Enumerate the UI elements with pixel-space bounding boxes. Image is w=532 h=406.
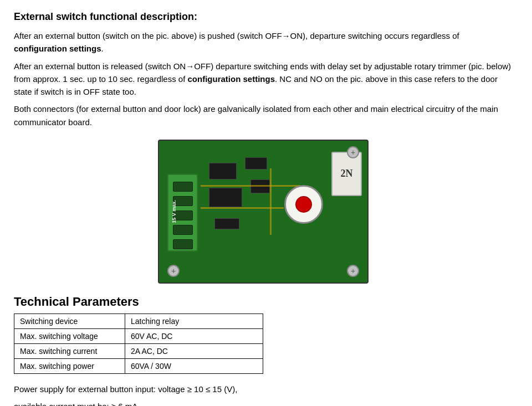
- param-value-3: 2A AC, DC: [125, 343, 263, 358]
- power-supply-line1: Power supply for external button input: …: [14, 383, 513, 395]
- table-row: Max. switching current 2A AC, DC: [14, 343, 263, 358]
- paragraph-2: After an external button is released (sw…: [14, 60, 513, 99]
- pcb-trace-3: [270, 168, 272, 235]
- pcb-relay-inner: [295, 196, 312, 213]
- paragraph-3: Both connectors (for external button and…: [14, 102, 513, 129]
- params-table: Switching device Latching relay Max. swi…: [14, 314, 263, 374]
- power-supply-line2: available current must be: ≥ 6 mA.: [14, 400, 513, 406]
- table-row: Switching device Latching relay: [14, 314, 263, 328]
- param-value-1: Latching relay: [125, 314, 263, 328]
- param-label-1: Switching device: [14, 314, 125, 328]
- image-container: 15 V max.: [14, 140, 513, 284]
- param-label-2: Max. switching voltage: [14, 328, 125, 343]
- pcb-chip-3: [209, 188, 242, 207]
- pcb-relay: [284, 185, 323, 224]
- paragraph-1: After an external button (switch on the …: [14, 29, 513, 55]
- param-label-3: Max. switching current: [14, 343, 125, 358]
- pcb-voltage-label: 15 V max.: [171, 200, 177, 223]
- connector-slot-4: [173, 225, 193, 235]
- tech-params-title: Technical Parameters: [14, 295, 513, 309]
- param-value-2: 60V AC, DC: [125, 328, 263, 343]
- tech-params-section: Technical Parameters Switching device La…: [14, 295, 513, 406]
- pcb-chip-1: [209, 163, 237, 179]
- table-row: Max. switching voltage 60V AC, DC: [14, 328, 263, 343]
- pcb-screw-tr: [347, 146, 359, 158]
- param-label-4: Max. switching power: [14, 358, 125, 373]
- pcb-screw-bl: [167, 265, 180, 277]
- circuit-board-image: 15 V max.: [158, 140, 369, 284]
- pcb-chip-5: [214, 218, 239, 229]
- connector-slot-1: [173, 182, 193, 192]
- pcb-trace-1: [201, 185, 300, 187]
- pcb-chip-2: [245, 157, 267, 169]
- page-content: External switch functional description: …: [14, 11, 513, 406]
- pcb-logo: 2N: [331, 152, 362, 196]
- param-value-4: 60VA / 30W: [125, 358, 263, 373]
- table-row: Max. switching power 60VA / 30W: [14, 358, 263, 373]
- connector-slot-5: [173, 239, 193, 249]
- section-title: External switch functional description:: [14, 11, 513, 23]
- pcb-screw-br: [347, 265, 359, 277]
